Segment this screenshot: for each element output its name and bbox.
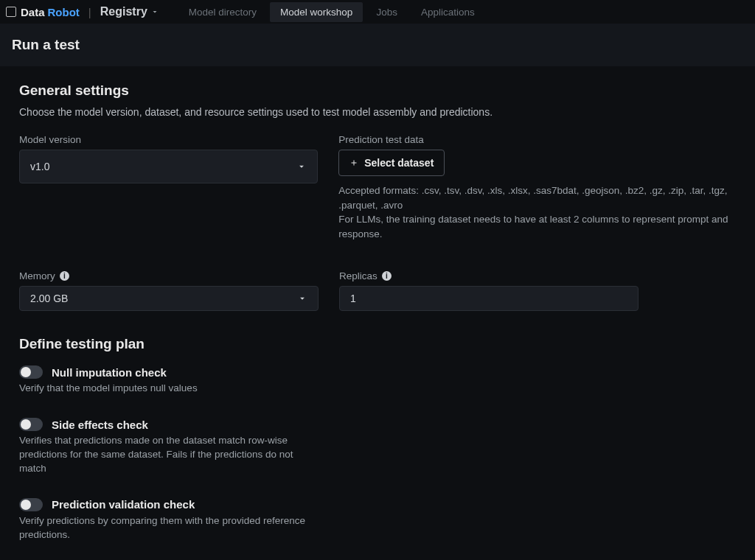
titlebar: Run a test [0,24,755,66]
label-model-version: Model version [19,134,318,145]
plus-icon [349,158,358,167]
section-plan-heading: Define testing plan [19,336,736,352]
plan-title: Side effects check [52,419,148,431]
brand-first: Data [21,6,45,18]
select-dataset-button[interactable]: Select dataset [338,150,445,176]
section-general-heading: General settings [19,83,736,99]
robot-icon [6,7,16,17]
content: General settings Choose the model versio… [0,66,755,560]
nav-tabs: Model directory Model workshop Jobs Appl… [178,2,485,22]
toggle-null-imputation[interactable] [19,365,43,379]
select-memory-value: 2.00 GB [30,293,68,304]
chevron-down-icon [150,7,159,16]
topbar: DataRobot | Registry Model directory Mod… [0,0,755,24]
chevron-down-icon [297,293,307,304]
plan-null-imputation: Null imputation check Verify that the mo… [19,365,321,396]
input-replicas-wrap [339,286,639,311]
select-memory[interactable]: 2.00 GB [19,286,319,311]
brand-logo[interactable]: DataRobot [6,6,80,18]
select-model-version[interactable]: v1.0 [19,150,318,183]
plan-title: Prediction validation check [52,498,195,511]
select-dataset-button-label: Select dataset [364,157,434,169]
label-memory-text: Memory [19,270,55,281]
label-replicas-text: Replicas [339,270,378,281]
page-title: Run a test [12,37,743,53]
label-prediction-data: Prediction test data [338,134,736,145]
dataset-hint-line2: For LLMs, the training dataset needs to … [338,212,736,241]
input-replicas[interactable] [350,293,627,304]
breadcrumb-label: Registry [100,5,147,18]
row-model-dataset: Model version v1.0 Prediction test data … [19,134,736,241]
row-memory-replicas: Memory i 2.00 GB Replicas i [19,270,736,311]
tab-applications[interactable]: Applications [411,2,485,22]
plan-title: Null imputation check [52,366,167,379]
brand-second: Robot [48,6,80,18]
plan-desc: Verify predictions by comparing them wit… [19,514,321,542]
label-memory: Memory i [19,270,319,281]
tab-model-workshop[interactable]: Model workshop [270,2,363,22]
chevron-down-icon [296,161,307,172]
label-replicas: Replicas i [339,270,639,281]
plan-prediction-validation: Prediction validation check Verify predi… [19,498,321,542]
toggle-prediction-validation[interactable] [19,498,43,511]
divider: | [86,6,94,18]
plan-desc: Verify that the model imputes null value… [19,382,321,396]
info-icon[interactable]: i [382,271,392,281]
tab-model-directory[interactable]: Model directory [178,2,267,22]
select-model-version-value: v1.0 [30,161,49,172]
tab-jobs[interactable]: Jobs [366,2,408,22]
breadcrumb[interactable]: Registry [100,5,159,18]
plan-side-effects: Side effects check Verifies that predict… [19,418,321,476]
dataset-hint-line1: Accepted formats: .csv, .tsv, .dsv, .xls… [338,183,736,212]
plan-desc: Verifies that predictions made on the da… [19,434,321,476]
dataset-hint: Accepted formats: .csv, .tsv, .dsv, .xls… [338,183,736,241]
section-general-sub: Choose the model version, dataset, and r… [19,106,736,118]
toggle-side-effects[interactable] [19,418,43,431]
info-icon[interactable]: i [60,271,69,281]
